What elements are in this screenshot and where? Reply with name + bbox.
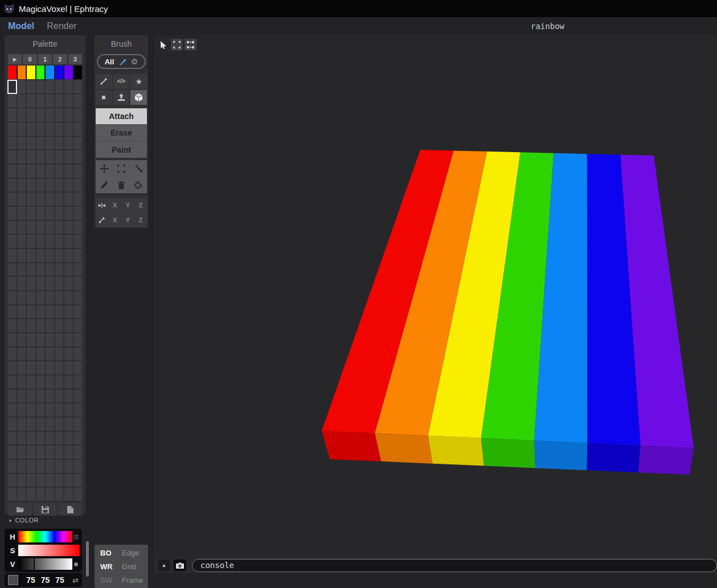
- palette-cell[interactable]: [27, 179, 35, 192]
- palette-cell[interactable]: [8, 235, 17, 248]
- display-grid-toggle[interactable]: Grid: [122, 562, 148, 571]
- tool-line[interactable]: [96, 74, 112, 89]
- palette-cell[interactable]: [64, 165, 73, 178]
- palette-cell[interactable]: [36, 390, 45, 403]
- palette-cell[interactable]: [55, 319, 64, 332]
- palette-cell[interactable]: [8, 418, 17, 431]
- palette-cell[interactable]: [8, 305, 17, 318]
- palette-cell[interactable]: [36, 333, 45, 346]
- palette-cell[interactable]: [46, 403, 54, 416]
- brush-icon[interactable]: [118, 58, 127, 66]
- palette-cell[interactable]: [27, 122, 35, 136]
- palette-cell[interactable]: [8, 333, 17, 346]
- brush-all-button[interactable]: All: [105, 58, 114, 66]
- tool-star[interactable]: ★: [130, 74, 147, 89]
- palette-cell[interactable]: [55, 305, 64, 318]
- palette-cell[interactable]: [64, 193, 73, 206]
- palette-cell[interactable]: [8, 95, 17, 108]
- palette-cell[interactable]: [55, 446, 64, 459]
- palette-cell[interactable]: [8, 460, 17, 473]
- palette-cell[interactable]: [18, 263, 26, 276]
- palette-cell[interactable]: [27, 249, 35, 262]
- palette-cell[interactable]: [18, 418, 26, 431]
- palette-cell[interactable]: [27, 193, 35, 206]
- palette-cell[interactable]: [46, 249, 54, 262]
- palette-cell[interactable]: [64, 263, 73, 276]
- new-palette-button[interactable]: [58, 503, 82, 516]
- palette-cell-selected[interactable]: [8, 80, 17, 93]
- palette-cell[interactable]: [55, 137, 64, 150]
- palette-cell[interactable]: [18, 122, 26, 136]
- palette-cell[interactable]: [74, 460, 83, 473]
- palette-cell[interactable]: [36, 319, 45, 332]
- value-slider[interactable]: [18, 558, 72, 570]
- palette-swatch-4[interactable]: [46, 66, 54, 79]
- palette-cell[interactable]: [55, 403, 64, 416]
- palette-cell[interactable]: [55, 277, 64, 290]
- palette-cell[interactable]: [74, 488, 83, 501]
- palette-cell[interactable]: [46, 150, 54, 164]
- palette-cell[interactable]: [64, 305, 73, 318]
- palette-cell[interactable]: [46, 291, 54, 304]
- palette-cell[interactable]: [64, 418, 73, 431]
- palette-cell[interactable]: [64, 179, 73, 192]
- palette-tab-3[interactable]: 3: [68, 54, 82, 64]
- axis-y-button[interactable]: Y: [122, 213, 134, 228]
- palette-cell[interactable]: [55, 488, 64, 501]
- palette-cell[interactable]: [46, 122, 54, 136]
- palette-cell[interactable]: [27, 165, 35, 178]
- palette-cell[interactable]: [55, 418, 64, 431]
- palette-cell[interactable]: [64, 108, 73, 121]
- palette-cell[interactable]: [64, 361, 73, 374]
- palette-cell[interactable]: [27, 137, 35, 150]
- palette-cell[interactable]: [64, 235, 73, 248]
- palette-cell[interactable]: [74, 403, 83, 416]
- display-frame-toggle[interactable]: Frame: [122, 576, 148, 585]
- palette-cell[interactable]: [36, 432, 45, 445]
- palette-cell[interactable]: [74, 221, 83, 234]
- transform-region-button[interactable]: [185, 39, 196, 51]
- palette-cell[interactable]: [74, 446, 83, 459]
- palette-cell[interactable]: [18, 277, 26, 290]
- palette-swatch-7[interactable]: [74, 66, 83, 79]
- palette-cell[interactable]: [27, 80, 35, 93]
- palette-cell[interactable]: [74, 179, 83, 192]
- palette-cell[interactable]: [27, 207, 35, 220]
- palette-cell[interactable]: [64, 488, 73, 501]
- palette-cell[interactable]: [8, 474, 17, 487]
- palette-cell[interactable]: [18, 80, 26, 93]
- palette-cell[interactable]: [8, 348, 17, 361]
- mirror-z-button[interactable]: Z: [134, 198, 147, 213]
- palette-cell[interactable]: [64, 221, 73, 234]
- palette-cell[interactable]: [74, 277, 83, 290]
- mirror-icon[interactable]: ▸|◂: [96, 198, 108, 213]
- palette-cell[interactable]: [46, 95, 54, 108]
- palette-cell[interactable]: [27, 305, 35, 318]
- select-tool-button[interactable]: [113, 160, 130, 177]
- palette-cell[interactable]: [18, 333, 26, 346]
- voxel-stripe-front-1[interactable]: [375, 433, 432, 463]
- palette-cell[interactable]: [27, 446, 35, 459]
- palette-cell[interactable]: [74, 432, 83, 445]
- palette-cell[interactable]: [74, 361, 83, 374]
- palette-cell[interactable]: [27, 150, 35, 164]
- palette-cell[interactable]: [8, 165, 17, 178]
- palette-cell[interactable]: [8, 277, 17, 290]
- palette-cell[interactable]: [55, 122, 64, 136]
- palette-cell[interactable]: [46, 361, 54, 374]
- palette-cell[interactable]: [18, 221, 26, 234]
- mode-paint-button[interactable]: Paint: [96, 141, 147, 158]
- palette-swatch-2[interactable]: [27, 66, 35, 79]
- tool-face[interactable]: [113, 90, 130, 105]
- palette-cell[interactable]: [36, 460, 45, 473]
- palette-cell[interactable]: [46, 108, 54, 121]
- palette-cell[interactable]: [64, 249, 73, 262]
- palette-cell[interactable]: [46, 235, 54, 248]
- voxel-stripe-front-4[interactable]: [534, 440, 587, 470]
- palette-cell[interactable]: [36, 179, 45, 192]
- palette-tab-2[interactable]: 2: [53, 54, 67, 64]
- hue-slider[interactable]: [18, 531, 72, 542]
- palette-cell[interactable]: [36, 122, 45, 136]
- palette-cell[interactable]: [46, 446, 54, 459]
- palette-cell[interactable]: [18, 488, 26, 501]
